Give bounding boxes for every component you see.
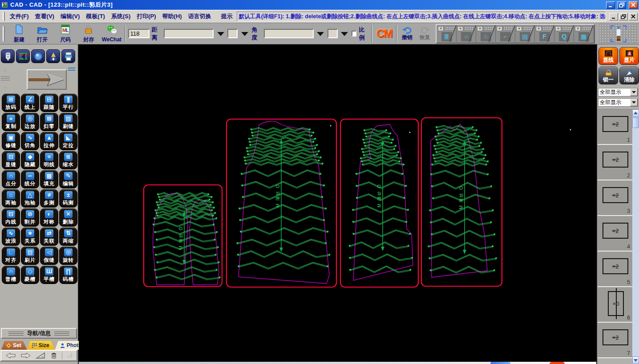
scroll-down-button[interactable] [632,356,639,364]
piece-list-item[interactable]: ×25 [598,252,632,287]
angle-input[interactable] [264,29,314,38]
close-icon[interactable]: × [516,26,522,31]
archive-button[interactable]: 封存 [78,24,99,44]
scrollbar-thumb[interactable] [632,117,639,128]
wechat-button[interactable]: WeChat [101,24,122,44]
distance-color-swatch[interactable] [227,29,238,38]
tool-码测[interactable]: ±码测 [59,189,77,208]
star-panel-tab[interactable]: ×☆ [476,25,496,42]
piece-panel-tab[interactable]: ×○ [457,25,476,42]
back-arrow-button[interactable] [5,352,16,359]
forward-arrow-button[interactable] [20,352,31,359]
tab-set[interactable]: Set [1,341,27,350]
tool-平槽[interactable]: Ш平槽 [40,266,58,284]
dropdown-arrow-icon[interactable] [630,99,638,106]
unit-indicator[interactable]: CM [375,27,394,40]
piece-list-item[interactable]: ×22 [598,145,632,180]
measure-tool-icon[interactable] [1,49,15,63]
piece-list-item[interactable]: ×06 [598,287,632,323]
print-panel-tab[interactable]: ×▤ [515,25,535,42]
tool-对称[interactable]: ◐对称 [40,208,58,227]
pencil-tool-icon[interactable] [46,49,60,63]
distance-input[interactable] [164,29,214,38]
redo-button[interactable]: 恢复 [417,26,433,41]
tool-普槽[interactable]: ∩普槽 [2,266,20,284]
mdi-close-button[interactable] [629,13,638,20]
tool-两缩[interactable]: ⇅两缩 [59,228,77,246]
tool-假缝[interactable]: ◁假缝 [40,247,58,265]
open-file-button[interactable]: 打开 [32,24,53,44]
tool-泡袖[interactable]: △泡袖 [21,189,39,208]
piece-list-scrollbar[interactable] [632,109,639,364]
tool-内线[interactable]: ⊟内线 [2,208,20,227]
size-chart-button[interactable]: ML尺码 [55,24,76,44]
tool-复制[interactable]: «复制 [2,113,20,131]
undo-button[interactable]: 撤销 [400,26,415,41]
tool-平行[interactable]: ∥平行 [59,94,77,112]
tool-跟随[interactable]: ⊟跟随 [40,94,58,112]
list-panel-tab[interactable]: ×≣ [437,25,457,42]
menu-item[interactable]: 编辑(V) [57,11,83,22]
mdi-minimize-button[interactable] [609,13,618,20]
angle-color-swatch[interactable] [328,29,338,38]
close-icon[interactable]: × [555,26,561,31]
tool-刷片[interactable]: ▤刷片 [21,247,39,265]
tool-编辑[interactable]: ✎编辑 [59,170,77,188]
close-icon[interactable]: × [477,26,483,31]
menu-item[interactable]: 打印(P) [133,11,159,22]
tool-明线[interactable]: ≡明线 [40,151,58,169]
menu-item[interactable]: 系统(S) [108,11,133,22]
toolbar-grip[interactable] [3,26,5,41]
menu-item[interactable]: 模板(T) [83,11,108,22]
stairs-panel-tab[interactable]: ×⌐ [496,25,515,42]
piece-list-item[interactable]: ×23 [598,180,632,216]
new-file-button[interactable]: 新建 [8,24,30,44]
tool-旋转[interactable]: ◎旋转 [59,247,77,265]
close-icon[interactable]: × [575,26,581,31]
piece-list-item[interactable]: ×27 [598,323,632,358]
tool-波浪[interactable]: ∿波浪 [2,228,20,246]
sphere-tool-icon[interactable] [31,49,45,63]
query-panel-tab[interactable]: ×Q [554,25,574,42]
display-filter-select-2[interactable]: 全部显示 [598,98,638,107]
tool-删除[interactable]: ✕删除 [59,208,77,227]
size-input[interactable] [128,29,150,38]
show-pieces-button[interactable]: 显片 [619,47,639,65]
tool-线分[interactable]: ∽线分 [21,170,39,188]
piece-list-item[interactable]: ×21 [598,109,632,145]
tool-两袖[interactable]: ⌂两袖 [2,189,20,208]
show-lines-button[interactable]: 显线 [599,47,618,65]
angle-dropdown-button[interactable] [316,29,325,38]
navigation-info-bar[interactable]: 导航/信息 [1,328,77,339]
tool-割并[interactable]: ⊘割并 [21,208,39,227]
font-panel-tab[interactable]: ×F [535,25,554,42]
distance-color-dropdown-button[interactable] [240,29,249,38]
tool-线上[interactable]: ∠线上 [21,94,39,112]
angle-color-dropdown-button[interactable] [340,29,349,38]
clear-button[interactable]: 清除 [619,67,639,84]
tool-隐藏[interactable]: ◆隐藏 [21,151,39,169]
close-icon[interactable]: × [497,26,502,31]
tool-切角[interactable]: ∿切角 [21,132,39,150]
tool-多测[interactable]: ≠多测 [40,189,58,208]
tool-显缝[interactable]: ⊡显缝 [2,151,20,169]
menu-item[interactable]: 文件(F) [7,11,32,22]
tool-边放[interactable]: ◎边放 [21,113,39,131]
mdi-restore-button[interactable] [619,13,628,20]
close-button[interactable] [629,1,638,9]
display-filter-select-1[interactable]: 全部显示 [598,88,638,96]
tool-点分[interactable]: ∩点分 [2,170,20,188]
close-icon[interactable]: × [438,26,444,31]
tool-对齐[interactable]: ∟对齐 [2,247,20,265]
minimize-button[interactable] [606,1,615,9]
tool-码槽[interactable]: ∏码槽 [59,266,77,284]
drawing-canvas[interactable]: M 薄纺 OM 薄纺 OM 薄纺 OM 薄纺 O [79,44,596,364]
tool-关系[interactable]: ★关系 [21,228,39,246]
tool-菱槽[interactable]: ◇菱槽 [21,266,39,284]
tool-归零[interactable]: ⊠归零 [40,113,58,131]
trash-button[interactable] [50,352,57,359]
print-tool-icon[interactable] [61,49,75,63]
tool-关联[interactable]: ⇄关联 [40,228,58,246]
menu-grip[interactable] [3,12,5,21]
restore-button[interactable] [617,1,626,9]
